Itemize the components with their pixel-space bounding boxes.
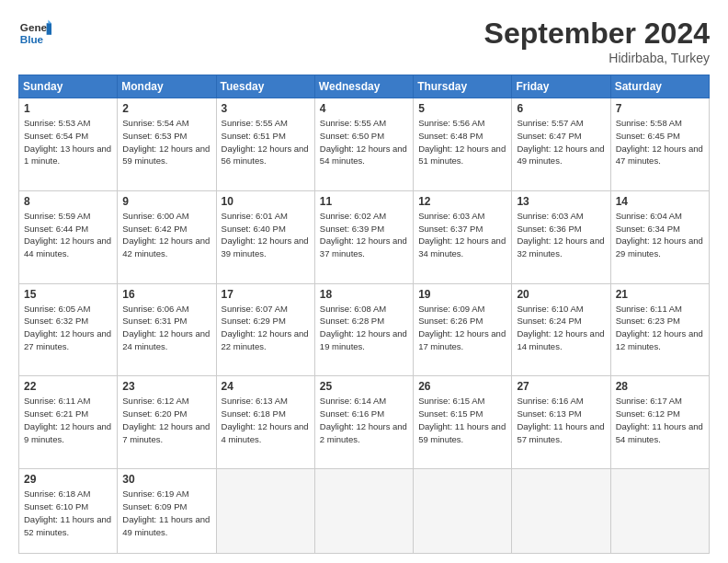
day-number: 18 xyxy=(320,288,408,301)
daylight-label: Daylight: 12 hours and 49 minutes. xyxy=(517,144,604,167)
day-info: Sunrise: 6:09 AM Sunset: 6:26 PM Dayligh… xyxy=(418,303,506,353)
sunrise-label: Sunrise: 6:01 AM xyxy=(222,211,288,221)
day-info: Sunrise: 6:11 AM Sunset: 6:23 PM Dayligh… xyxy=(616,303,704,353)
table-row: 9 Sunrise: 6:00 AM Sunset: 6:42 PM Dayli… xyxy=(118,190,216,283)
day-number: 29 xyxy=(24,473,112,486)
daylight-label: Daylight: 12 hours and 51 minutes. xyxy=(418,144,506,167)
sunset-label: Sunset: 6:44 PM xyxy=(24,224,88,234)
sunset-label: Sunset: 6:16 PM xyxy=(320,408,384,419)
day-number: 13 xyxy=(517,195,605,208)
daylight-label: Daylight: 12 hours and 59 minutes. xyxy=(122,144,210,167)
daylight-label: Daylight: 12 hours and 9 minutes. xyxy=(24,421,111,444)
month-title: September 2024 xyxy=(484,17,710,51)
table-row: 11 Sunrise: 6:02 AM Sunset: 6:39 PM Dayl… xyxy=(314,190,413,283)
daylight-label: Daylight: 11 hours and 52 minutes. xyxy=(24,514,111,537)
sunset-label: Sunset: 6:18 PM xyxy=(222,408,286,419)
table-row xyxy=(216,469,314,554)
day-number: 22 xyxy=(24,380,112,393)
day-info: Sunrise: 5:54 AM Sunset: 6:53 PM Dayligh… xyxy=(122,117,210,167)
sunset-label: Sunset: 6:29 PM xyxy=(222,316,286,326)
daylight-label: Daylight: 11 hours and 54 minutes. xyxy=(616,421,703,444)
sunset-label: Sunset: 6:53 PM xyxy=(122,131,187,141)
sunset-label: Sunset: 6:13 PM xyxy=(517,408,581,419)
table-row: 7 Sunrise: 5:58 AM Sunset: 6:45 PM Dayli… xyxy=(610,98,709,191)
day-info: Sunrise: 6:06 AM Sunset: 6:31 PM Dayligh… xyxy=(122,303,210,353)
day-number: 26 xyxy=(418,380,506,393)
sunrise-label: Sunrise: 5:56 AM xyxy=(418,118,484,128)
sunset-label: Sunset: 6:34 PM xyxy=(616,224,680,234)
day-info: Sunrise: 6:01 AM Sunset: 6:40 PM Dayligh… xyxy=(222,210,310,260)
header: General Blue September 2024 Hidirbaba, T… xyxy=(18,17,710,65)
day-number: 16 xyxy=(122,288,210,301)
table-row: 19 Sunrise: 6:09 AM Sunset: 6:26 PM Dayl… xyxy=(414,283,512,376)
day-info: Sunrise: 6:11 AM Sunset: 6:21 PM Dayligh… xyxy=(24,395,112,445)
day-info: Sunrise: 6:15 AM Sunset: 6:15 PM Dayligh… xyxy=(418,395,506,445)
daylight-label: Daylight: 12 hours and 27 minutes. xyxy=(24,328,111,351)
sunset-label: Sunset: 6:45 PM xyxy=(616,131,680,141)
sunset-label: Sunset: 6:50 PM xyxy=(320,131,384,141)
calendar-week-row: 15 Sunrise: 6:05 AM Sunset: 6:32 PM Dayl… xyxy=(19,283,710,376)
table-row: 12 Sunrise: 6:03 AM Sunset: 6:37 PM Dayl… xyxy=(414,190,512,283)
day-info: Sunrise: 6:12 AM Sunset: 6:20 PM Dayligh… xyxy=(122,395,210,445)
sunset-label: Sunset: 6:23 PM xyxy=(616,316,680,326)
table-row: 30 Sunrise: 6:19 AM Sunset: 6:09 PM Dayl… xyxy=(118,469,216,554)
calendar-week-row: 1 Sunrise: 5:53 AM Sunset: 6:54 PM Dayli… xyxy=(19,98,710,191)
day-number: 21 xyxy=(616,288,704,301)
day-number: 15 xyxy=(24,288,112,301)
sunset-label: Sunset: 6:20 PM xyxy=(122,408,187,419)
day-number: 25 xyxy=(320,380,408,393)
table-row: 3 Sunrise: 5:55 AM Sunset: 6:51 PM Dayli… xyxy=(216,98,314,191)
day-number: 30 xyxy=(122,473,210,486)
day-number: 14 xyxy=(616,195,704,208)
location: Hidirbaba, Turkey xyxy=(484,51,710,65)
sunrise-label: Sunrise: 6:18 AM xyxy=(24,488,90,499)
day-info: Sunrise: 6:19 AM Sunset: 6:09 PM Dayligh… xyxy=(122,488,210,538)
page: General Blue September 2024 Hidirbaba, T… xyxy=(0,0,728,563)
day-info: Sunrise: 6:03 AM Sunset: 6:37 PM Dayligh… xyxy=(418,210,506,260)
sunset-label: Sunset: 6:39 PM xyxy=(320,224,384,234)
col-monday: Monday xyxy=(118,75,216,98)
col-sunday: Sunday xyxy=(19,75,118,98)
table-row: 17 Sunrise: 6:07 AM Sunset: 6:29 PM Dayl… xyxy=(216,283,314,376)
daylight-label: Daylight: 12 hours and 29 minutes. xyxy=(616,236,703,259)
day-number: 28 xyxy=(616,380,704,393)
daylight-label: Daylight: 12 hours and 44 minutes. xyxy=(24,236,111,259)
daylight-label: Daylight: 11 hours and 57 minutes. xyxy=(517,421,604,444)
sunrise-label: Sunrise: 6:16 AM xyxy=(517,396,583,406)
table-row xyxy=(512,469,610,554)
day-number: 11 xyxy=(320,195,408,208)
sunset-label: Sunset: 6:51 PM xyxy=(222,131,286,141)
day-info: Sunrise: 6:07 AM Sunset: 6:29 PM Dayligh… xyxy=(222,303,310,353)
calendar-table: Sunday Monday Tuesday Wednesday Thursday… xyxy=(18,75,710,554)
table-row: 14 Sunrise: 6:04 AM Sunset: 6:34 PM Dayl… xyxy=(610,190,709,283)
table-row xyxy=(414,469,512,554)
calendar-week-row: 29 Sunrise: 6:18 AM Sunset: 6:10 PM Dayl… xyxy=(19,469,710,554)
day-info: Sunrise: 6:17 AM Sunset: 6:12 PM Dayligh… xyxy=(616,395,704,445)
day-number: 23 xyxy=(122,380,210,393)
table-row: 22 Sunrise: 6:11 AM Sunset: 6:21 PM Dayl… xyxy=(19,376,118,469)
sunrise-label: Sunrise: 6:00 AM xyxy=(122,211,188,221)
calendar-week-row: 22 Sunrise: 6:11 AM Sunset: 6:21 PM Dayl… xyxy=(19,376,710,469)
sunrise-label: Sunrise: 6:08 AM xyxy=(320,304,386,314)
table-row: 2 Sunrise: 5:54 AM Sunset: 6:53 PM Dayli… xyxy=(118,98,216,191)
day-info: Sunrise: 6:00 AM Sunset: 6:42 PM Dayligh… xyxy=(122,210,210,260)
sunset-label: Sunset: 6:21 PM xyxy=(24,408,88,419)
sunset-label: Sunset: 6:15 PM xyxy=(418,408,483,419)
sunrise-label: Sunrise: 5:57 AM xyxy=(517,118,583,128)
daylight-label: Daylight: 11 hours and 49 minutes. xyxy=(122,514,210,537)
day-number: 17 xyxy=(222,288,310,301)
col-wednesday: Wednesday xyxy=(314,75,413,98)
table-row: 26 Sunrise: 6:15 AM Sunset: 6:15 PM Dayl… xyxy=(414,376,512,469)
svg-marker-2 xyxy=(47,23,51,35)
sunrise-label: Sunrise: 6:03 AM xyxy=(418,211,484,221)
daylight-label: Daylight: 12 hours and 32 minutes. xyxy=(517,236,604,259)
sunrise-label: Sunrise: 6:04 AM xyxy=(616,211,682,221)
sunrise-label: Sunrise: 6:14 AM xyxy=(320,396,386,406)
day-info: Sunrise: 6:13 AM Sunset: 6:18 PM Dayligh… xyxy=(222,395,310,445)
table-row: 23 Sunrise: 6:12 AM Sunset: 6:20 PM Dayl… xyxy=(118,376,216,469)
sunset-label: Sunset: 6:09 PM xyxy=(122,501,187,511)
daylight-label: Daylight: 12 hours and 2 minutes. xyxy=(320,421,407,444)
day-info: Sunrise: 6:02 AM Sunset: 6:39 PM Dayligh… xyxy=(320,210,408,260)
sunset-label: Sunset: 6:31 PM xyxy=(122,316,187,326)
sunset-label: Sunset: 6:37 PM xyxy=(418,224,483,234)
